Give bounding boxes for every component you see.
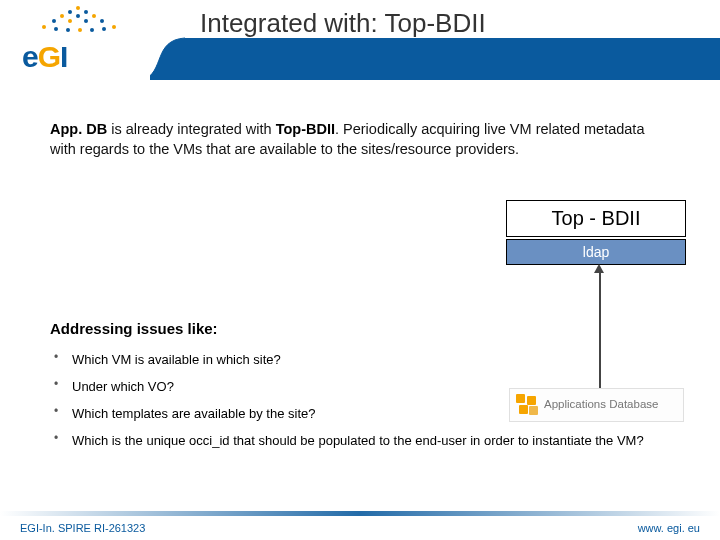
appdb-term: App. DB xyxy=(50,121,107,137)
topbdii-term: Top-BDII xyxy=(276,121,335,137)
slide-footer: EGI-In. SPIRE RI-261323 www. egi. eu xyxy=(0,522,720,534)
issues-heading: Addressing issues like: xyxy=(50,320,690,337)
topbdii-box: Top - BDII xyxy=(506,200,686,237)
list-item: Which is the unique occi_id that should … xyxy=(50,428,690,455)
appdb-logo: Applications Database xyxy=(509,388,684,422)
egi-logo: e G I xyxy=(0,0,150,80)
footer-left: EGI-In. SPIRE RI-261323 xyxy=(20,522,145,534)
slide-title: Integrated with: Top-BDII xyxy=(200,8,486,39)
egi-logo-i: I xyxy=(60,40,67,74)
appdb-cube-icon xyxy=(516,394,538,416)
footer-gradient-bar xyxy=(0,511,720,516)
egi-logo-g: G xyxy=(38,40,60,74)
content-area: App. DB is already integrated with Top-B… xyxy=(0,80,720,187)
intro-paragraph: App. DB is already integrated with Top-B… xyxy=(50,120,670,159)
list-item: Which VM is available in which site? xyxy=(50,347,690,374)
para-mid1: is already integrated with xyxy=(107,121,275,137)
egi-logo-text: e G I xyxy=(22,40,67,74)
footer-right: www. egi. eu xyxy=(638,522,700,534)
egi-logo-e: e xyxy=(22,40,38,74)
topbdii-box-group: Top - BDII ldap xyxy=(506,200,686,265)
egi-logo-dots-icon xyxy=(30,6,130,36)
slide-header: e G I Integrated with: Top-BDII xyxy=(0,0,720,80)
appdb-logo-label: Applications Database xyxy=(544,399,658,411)
